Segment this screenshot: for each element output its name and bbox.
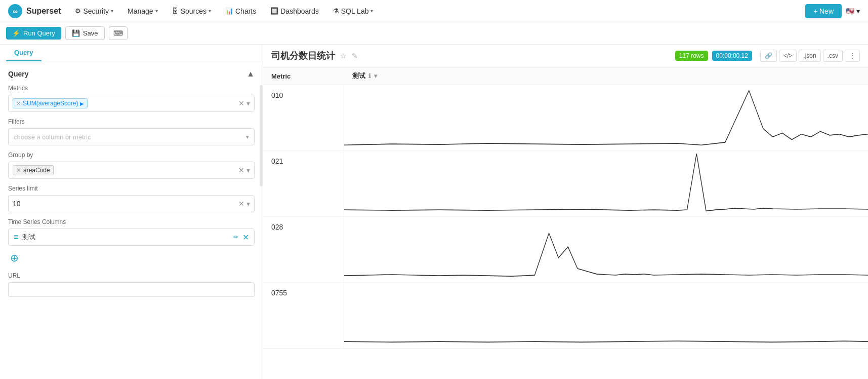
nav-item-sqllab[interactable]: ⚗ SQL Lab ▾	[327, 0, 380, 22]
right-panel: 司机分数日统计 ☆ ✎ 117 rows 00:00:00.12 🔗 </> .…	[263, 45, 868, 379]
chevron-down-icon: ▾	[209, 8, 211, 14]
metrics-label: Metrics	[8, 85, 255, 92]
brand-name: Superset	[26, 7, 61, 16]
nav-sqllab-label: SQL Lab	[341, 7, 369, 15]
add-time-series-button[interactable]: ⊕	[8, 250, 21, 266]
lightning-icon: ⚡	[12, 29, 20, 37]
json-button[interactable]: .json	[799, 50, 820, 62]
flag-icon: 🇺🇸	[846, 7, 854, 15]
group-by-expand-button[interactable]: ▾	[246, 166, 250, 174]
row-label-010: 010	[263, 85, 344, 150]
chart-action-buttons: 🔗 </> .json .csv ⋮	[760, 50, 860, 62]
chart-header: 司机分数日统计 ☆ ✎ 117 rows 00:00:00.12 🔗 </> .…	[263, 45, 868, 67]
series-limit-expand-button[interactable]: ▾	[246, 200, 250, 208]
chart-icon: 📊	[225, 7, 233, 15]
query-section-header: Query ▲	[8, 69, 255, 79]
group-by-input[interactable]: ✕ areaCode ✕ ▾	[8, 162, 255, 179]
plus-icon: ⊕	[10, 252, 19, 263]
navbar-right: + New 🇺🇸 ▾	[805, 4, 860, 18]
series-limit-clear-button[interactable]: ✕	[238, 200, 244, 208]
collapse-button[interactable]: ▲	[246, 69, 255, 79]
time-series-list-icon: ≡	[14, 233, 18, 242]
navbar: ∞ Superset ⚙ Security ▾ Manage ▾ 🗄 Sourc…	[0, 0, 868, 22]
row-label-text: 010	[271, 91, 283, 99]
table-row: 010	[263, 85, 868, 151]
nav-item-security[interactable]: ⚙ Security ▾	[69, 0, 119, 22]
nav-item-charts[interactable]: 📊 Charts	[219, 0, 262, 22]
link-button[interactable]: 🔗	[760, 50, 777, 62]
url-input[interactable]	[8, 282, 255, 297]
nav-item-manage[interactable]: Manage ▾	[121, 0, 164, 22]
save-button[interactable]: 💾 Save	[65, 26, 105, 40]
group-by-value: areaCode	[23, 167, 50, 174]
metrics-input[interactable]: ✕ SUM(averageScore) ▶ ✕ ▾	[8, 95, 255, 112]
row-label-028: 028	[263, 217, 344, 282]
row-graph-021	[344, 151, 868, 216]
nav-charts-label: Charts	[235, 7, 256, 15]
metrics-clear-button[interactable]: ✕	[238, 99, 244, 107]
chevron-down-icon[interactable]: ▾	[374, 72, 377, 80]
main-content: Query Query ▲ Metrics ✕ SUM(averageScore…	[0, 45, 868, 379]
chevron-down-icon: ▾	[246, 134, 249, 140]
panel-body: Query ▲ Metrics ✕ SUM(averageScore) ▶ ✕ …	[0, 61, 263, 379]
chart-title-actions: ☆ ✎	[339, 51, 359, 61]
metrics-expand-button[interactable]: ▾	[246, 99, 250, 107]
dashboard-icon: 🔲	[270, 7, 278, 15]
filters-placeholder: choose a column or metric	[14, 133, 91, 141]
chart-stats: 117 rows 00:00:00.12	[675, 51, 752, 61]
row-label-text: 0755	[271, 289, 287, 297]
tag-remove-icon[interactable]: ✕	[16, 167, 21, 174]
metrics-clear-area: ✕ ▾	[238, 99, 250, 107]
time-series-label: Time Series Columns	[8, 218, 255, 225]
save-icon: 💾	[72, 29, 80, 37]
metric-expand-icon: ▶	[80, 101, 84, 106]
series-limit-input[interactable]: 10 ✕ ▾	[8, 195, 255, 212]
code-button[interactable]: </>	[779, 50, 797, 62]
time-badge: 00:00:00.12	[712, 51, 752, 61]
query-section-title: Query	[8, 70, 28, 78]
favorite-button[interactable]: ☆	[339, 51, 348, 61]
nav-item-sources[interactable]: 🗄 Sources ▾	[166, 0, 217, 22]
filters-select[interactable]: choose a column or metric ▾	[8, 128, 255, 145]
time-series-edit-icon[interactable]: ✏	[233, 234, 238, 241]
gear-icon: ⚙	[75, 7, 81, 15]
nav-security-label: Security	[83, 7, 109, 15]
group-by-tag: ✕ areaCode	[13, 165, 54, 175]
language-selector[interactable]: 🇺🇸 ▾	[846, 7, 860, 15]
nav-item-dashboards[interactable]: 🔲 Dashboards	[264, 0, 325, 22]
time-series-remove-icon[interactable]: ✕	[242, 233, 249, 242]
table-row: 028	[263, 217, 868, 283]
tab-query-label: Query	[14, 49, 33, 56]
chevron-down-icon: ▾	[155, 8, 158, 14]
keyboard-icon: ⌨	[113, 29, 123, 37]
nav-manage-label: Manage	[128, 7, 153, 15]
edit-button[interactable]: ✎	[351, 51, 359, 61]
row-graph-010	[344, 85, 868, 150]
chevron-down-icon: ▾	[370, 8, 373, 14]
keyboard-button[interactable]: ⌨	[109, 26, 128, 40]
save-label: Save	[83, 29, 98, 37]
row-label-text: 021	[271, 157, 283, 165]
group-by-clear-button[interactable]: ✕	[238, 166, 244, 174]
scroll-indicator	[260, 85, 263, 186]
metric-tag: ✕ SUM(averageScore) ▶	[13, 98, 88, 108]
value-column-label: 测试	[352, 71, 365, 81]
tab-query[interactable]: Query	[6, 45, 42, 61]
row-label-0755: 0755	[263, 283, 344, 348]
brand-icon: ∞	[8, 4, 22, 18]
csv-button[interactable]: .csv	[823, 50, 843, 62]
chart-title: 司机分数日统计	[271, 50, 335, 62]
more-button[interactable]: ⋮	[845, 50, 860, 62]
sparkline-010	[344, 85, 868, 150]
metric-column-header: Metric	[271, 72, 352, 80]
series-limit-value: 10	[13, 200, 21, 208]
database-icon: 🗄	[172, 7, 179, 15]
new-button[interactable]: + New	[805, 4, 842, 18]
chart-rows: 010 021	[263, 85, 868, 379]
run-query-button[interactable]: ⚡ Run Query	[6, 27, 61, 40]
metric-remove-icon[interactable]: ✕	[16, 100, 21, 107]
row-graph-0755	[344, 283, 868, 348]
sparkline-028	[344, 217, 868, 282]
sparkline-0755	[344, 283, 868, 348]
brand: ∞ Superset	[8, 4, 61, 18]
